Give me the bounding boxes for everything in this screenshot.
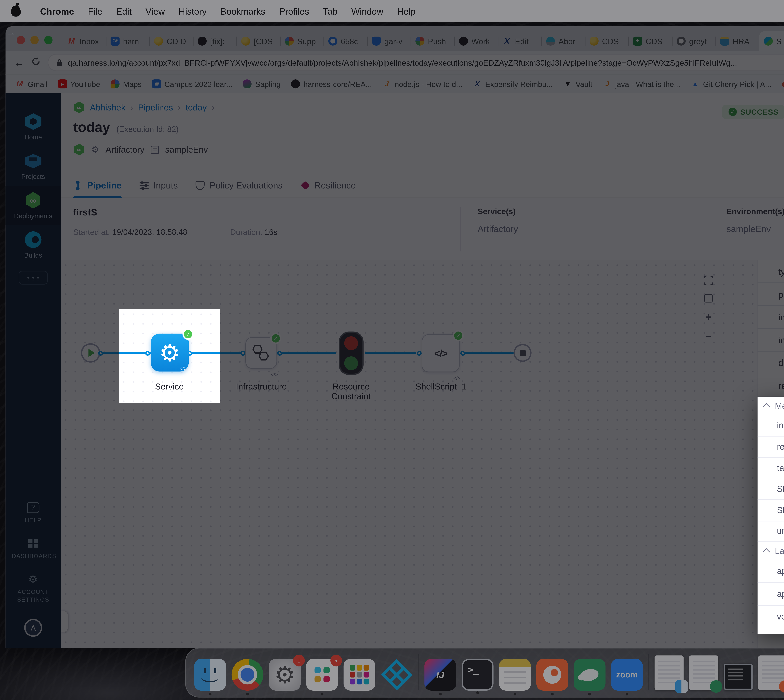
execution-tab[interactable]: Inputs — [140, 173, 178, 197]
sidebar-module[interactable]: Deployments — [5, 186, 61, 225]
dock-item[interactable] — [232, 659, 263, 691]
bookmark-item[interactable]: J node.js - How to d... — [382, 80, 462, 88]
dock-item[interactable]: >_ — [462, 659, 493, 691]
breadcrumb-link[interactable]: Pipelines — [138, 103, 181, 112]
menu-item[interactable]: Profiles — [272, 6, 316, 16]
browser-tab[interactable]: CDS — [585, 31, 628, 51]
menu-item[interactable]: Window — [344, 6, 390, 16]
sidebar-module[interactable]: Builds — [5, 225, 61, 265]
menu-item[interactable]: Chrome — [33, 6, 81, 16]
zoom-out-button[interactable]: − — [705, 331, 712, 341]
menu-item[interactable]: History — [172, 6, 213, 16]
execution-tab[interactable]: Policy Evaluations — [196, 173, 283, 197]
menu-item[interactable]: Tab — [316, 6, 344, 16]
sidebar-bottom-item[interactable]: DASHBOARDS — [5, 531, 61, 567]
shellscript-step-node[interactable]: </> ✓ </> — [421, 334, 460, 372]
bookmark-item[interactable]: M Gmail — [15, 80, 47, 88]
minimize-window-button[interactable] — [30, 36, 39, 44]
dock-item[interactable] — [758, 655, 784, 690]
dock-item[interactable] — [689, 655, 718, 690]
node-label[interactable]: Infrastructure — [220, 382, 303, 392]
dock-item[interactable]: • — [306, 659, 338, 691]
sidebar-module[interactable]: Home — [5, 107, 61, 146]
bookmark-item[interactable]: Sapling — [243, 80, 281, 88]
back-icon[interactable]: ← — [14, 57, 24, 68]
fullscreen-icon[interactable] — [704, 276, 714, 285]
browser-tab[interactable]: X Edit — [498, 31, 541, 51]
node-label[interactable]: ShellScript_1 — [400, 382, 483, 392]
bookmark-item[interactable]: Maps — [110, 80, 142, 88]
address-bar[interactable]: qa.harness.io/ng/account/px7xd_BFRCi-pfW… — [48, 54, 784, 71]
dock-item[interactable]: IJ — [425, 659, 456, 691]
stage-name[interactable]: firstS — [73, 207, 460, 217]
dock-item[interactable] — [655, 655, 684, 690]
dock-item[interactable] — [418, 654, 419, 690]
dock-item[interactable] — [499, 659, 531, 691]
node-label[interactable]: Service — [119, 382, 220, 392]
pipeline-canvas[interactable]: ⚙ </> ✓ Service ✓ </> — [61, 260, 757, 648]
bookmark-item[interactable]: ▲ Git Cherry Pick | A... — [690, 80, 771, 88]
label-section-header[interactable]: Label — [757, 542, 784, 560]
dock-item[interactable]: 1 — [269, 659, 301, 691]
environment-value[interactable]: sampleEnv — [726, 224, 784, 234]
sidebar-module[interactable]: Projects — [5, 147, 61, 186]
execution-tab[interactable]: Pipeline — [73, 173, 122, 197]
browser-tab[interactable]: CD D — [149, 31, 193, 51]
browser-tab[interactable]: gar-v — [367, 31, 411, 51]
sidebar-module[interactable] — [5, 265, 61, 290]
close-window-button[interactable] — [17, 36, 25, 44]
environment-chip[interactable]: sampleEnv — [165, 145, 208, 155]
browser-tab[interactable]: S ✕ — [759, 31, 784, 51]
menu-item[interactable]: File — [81, 6, 109, 16]
collapse-chevron-icon[interactable] — [762, 403, 770, 411]
bookmark-item[interactable]: ▼ Vault — [563, 80, 592, 88]
service-value[interactable]: Artifactory — [478, 224, 644, 234]
bookmark-item[interactable]: Git - git-revert Do... — [782, 80, 784, 88]
resource-constraint-step-node[interactable] — [339, 332, 364, 375]
bookmark-item[interactable]: X Expensify Reimbu... — [473, 80, 553, 88]
dock-item[interactable] — [574, 659, 605, 691]
dock-item[interactable] — [537, 659, 568, 691]
dock-item[interactable] — [724, 663, 753, 690]
dock-item[interactable] — [344, 659, 375, 691]
breadcrumb-link[interactable]: Abhishek — [90, 103, 133, 112]
collapse-chevron-icon[interactable] — [762, 548, 770, 556]
dock-item[interactable]: zoom — [611, 659, 643, 691]
service-step-node[interactable]: ⚙ </> ✓ — [151, 333, 189, 372]
apple-menu-icon[interactable] — [11, 5, 21, 17]
browser-tab[interactable]: [fix]: — [193, 31, 236, 51]
bookmark-item[interactable]: harness-core/REA... — [291, 80, 372, 88]
sidebar-bottom-item[interactable]: ACCOUNT SETTINGS — [5, 567, 61, 610]
menu-item[interactable]: View — [139, 6, 172, 16]
dock-item[interactable] — [649, 654, 649, 690]
bookmark-item[interactable]: ▶ YouTube — [58, 80, 100, 88]
browser-tab[interactable]: HRA — [715, 31, 759, 51]
browser-tab[interactable]: 658c — [323, 31, 367, 51]
infrastructure-step-node[interactable]: ✓ </> — [246, 337, 277, 369]
browser-tab[interactable]: greyt — [672, 31, 715, 51]
fit-view-icon[interactable] — [704, 294, 713, 303]
browser-tab[interactable]: Abor — [541, 31, 585, 51]
menu-item[interactable]: Bookmarks — [214, 6, 272, 16]
menu-item[interactable]: Help — [390, 6, 423, 16]
dock-item[interactable] — [381, 659, 413, 691]
browser-tab[interactable]: M Inbox — [62, 31, 106, 51]
zoom-in-button[interactable]: + — [705, 312, 712, 322]
service-chip[interactable]: Artifactory — [105, 145, 144, 155]
url-text[interactable]: qa.harness.io/ng/account/px7xd_BFRCi-pfW… — [68, 58, 737, 67]
browser-tab[interactable]: 19 harn — [106, 31, 149, 51]
sidebar-user-avatar[interactable]: A — [24, 619, 42, 637]
browser-tab[interactable]: Work — [454, 31, 498, 51]
dock-item[interactable] — [194, 659, 226, 691]
browser-tab[interactable]: Supp — [280, 31, 323, 51]
panel-drag-handle[interactable] — [61, 611, 68, 632]
maximize-window-button[interactable] — [44, 36, 52, 44]
reload-icon[interactable] — [31, 57, 41, 68]
bookmark-item[interactable]: ≣ Campus 2022 lear... — [152, 80, 232, 88]
browser-tab[interactable]: [CDS — [236, 31, 280, 51]
metadata-section-header[interactable]: Metadata — [757, 397, 784, 415]
bookmark-item[interactable]: J java - What is the... — [603, 80, 680, 88]
sidebar-bottom-item[interactable]: HELP — [5, 495, 61, 531]
node-label[interactable]: Resource Constraint — [320, 382, 382, 401]
menu-item[interactable]: Edit — [109, 6, 139, 16]
